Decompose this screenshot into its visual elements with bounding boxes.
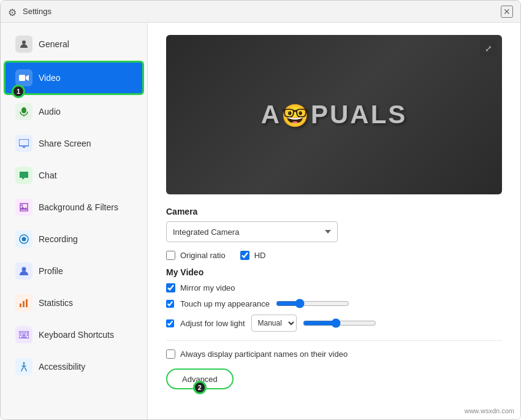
svg-point-7 [22,237,26,242]
camera-section-label: Camera [166,207,502,216]
sidebar: General Video 1 Audio [1,23,148,419]
background-icon [15,199,32,216]
svg-rect-16 [27,332,28,334]
share-screen-icon [15,135,32,152]
sidebar-item-label-share: Share Screen [39,139,91,148]
low-light-row: Adjust for low light Manual Auto [166,315,502,332]
general-icon [15,36,32,53]
touch-up-row: Touch up my appearance [166,299,502,308]
original-ratio-label: Original ratio [180,251,226,260]
recording-icon [15,231,32,248]
low-light-slider[interactable] [303,318,376,328]
mirror-checkbox[interactable] [166,283,175,292]
sidebar-item-recording[interactable]: Recording [6,224,142,254]
svg-rect-9 [20,304,21,307]
sidebar-item-keyboard[interactable]: Keyboard Shortcuts [6,319,142,350]
titlebar: ⚙ Settings ✕ [1,1,520,23]
svg-rect-19 [27,335,28,336]
sidebar-item-label-audio: Audio [39,107,61,116]
camera-select-row: Integrated Camera FaceTime HD Camera Vir… [166,221,502,242]
touch-up-label: Touch up my appearance [180,299,270,308]
close-button[interactable]: ✕ [501,6,513,18]
original-ratio-checkbox[interactable] [166,251,175,260]
low-light-checkbox[interactable] [166,319,174,327]
keyboard-icon [15,326,32,343]
settings-window: ⚙ Settings ✕ General Video 1 [0,0,521,420]
hd-label: HD [254,251,266,260]
sidebar-item-label-chat: Chat [39,170,57,180]
sidebar-item-label-keyboard: Keyboard Shortcuts [39,330,114,340]
svg-rect-1 [19,75,25,81]
sidebar-item-label-profile: Profile [39,266,63,276]
svg-rect-4 [19,139,29,146]
sidebar-item-profile[interactable]: Profile [6,256,142,286]
mascot-icon: 🤓 [281,103,311,129]
my-video-title: My Video [166,267,502,277]
statistics-icon [15,294,32,311]
svg-point-21 [23,362,25,364]
profile-icon [15,262,32,280]
low-light-label: Adjust for low light [180,319,245,328]
pop-out-button[interactable]: ⤢ [480,40,497,57]
touch-up-checkbox[interactable] [166,300,174,308]
touch-up-slider[interactable] [276,299,349,308]
chat-icon [15,167,32,184]
svg-rect-13 [20,332,21,334]
sidebar-item-share-screen[interactable]: Share Screen [6,128,142,159]
svg-rect-15 [25,332,26,334]
mirror-label: Mirror my video [180,283,235,292]
camera-preview: ⤢ A🤓PUALS [166,35,502,194]
hd-checkbox[interactable] [240,251,249,260]
settings-icon: ⚙ [8,7,18,17]
svg-rect-17 [20,335,21,336]
sidebar-item-label-general: General [39,39,69,49]
mirror-row: Mirror my video [166,283,502,292]
step-badge-1: 1 [12,85,25,98]
sidebar-item-video[interactable]: Video 1 [4,61,144,95]
original-ratio-row: Original ratio HD [166,251,502,260]
accessibility-icon [15,358,32,375]
always-display-checkbox[interactable] [166,349,175,359]
watermark: www.wsxdn.com [465,407,514,414]
sidebar-item-label-recording: Recording [39,234,78,244]
svg-rect-18 [23,335,26,336]
right-panel: ⤢ A🤓PUALS Camera Integrated Camera FaceT… [148,23,520,419]
my-video-section: My Video Mirror my video Touch up my app… [166,267,502,332]
step-badge-2: 2 [193,381,207,394]
window-title: Settings [23,7,51,16]
divider [166,340,502,341]
camera-select[interactable]: Integrated Camera FaceTime HD Camera Vir… [166,221,338,242]
main-content: General Video 1 Audio [1,23,520,419]
svg-rect-10 [23,301,25,307]
always-display-label: Always display participant names on thei… [180,349,348,359]
sidebar-item-label-video: Video [39,73,61,83]
sidebar-item-statistics[interactable]: Statistics [6,288,142,318]
svg-point-2 [21,107,26,113]
sidebar-item-label-statistics: Statistics [39,298,73,308]
advanced-btn-wrapper: Advanced 2 [166,368,234,389]
always-display-row: Always display participant names on thei… [166,349,502,359]
video-icon [15,69,32,86]
svg-rect-11 [26,299,28,307]
svg-point-8 [22,267,26,272]
low-light-mode-select[interactable]: Manual Auto [251,315,297,332]
svg-rect-20 [21,337,27,338]
sidebar-item-accessibility[interactable]: Accessibility [6,351,142,382]
sidebar-item-label-bg: Background & Filters [39,202,118,212]
svg-point-5 [21,205,23,207]
sidebar-item-audio[interactable]: Audio [6,96,142,127]
sidebar-item-label-accessibility: Accessibility [39,362,85,372]
svg-rect-14 [23,332,24,334]
audio-icon [15,103,32,120]
svg-point-0 [22,40,26,44]
sidebar-item-background[interactable]: Background & Filters [6,192,142,223]
sidebar-item-general[interactable]: General [6,29,142,59]
appuals-logo: A🤓PUALS [261,100,408,129]
sidebar-item-chat[interactable]: Chat [6,160,142,191]
